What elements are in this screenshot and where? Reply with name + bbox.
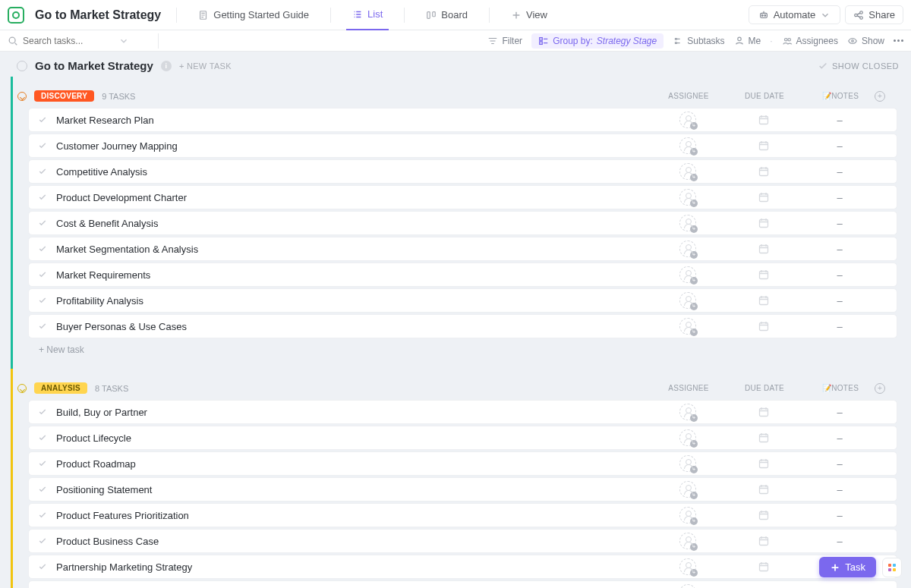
assignee-cell[interactable]: +: [654, 455, 722, 472]
notes-cell[interactable]: –: [805, 536, 874, 547]
assignee-cell[interactable]: +: [654, 189, 722, 206]
assignee-cell[interactable]: +: [654, 215, 722, 231]
notes-cell[interactable]: –: [805, 407, 874, 418]
task-row[interactable]: Buyer Personas & Use Cases+–: [28, 314, 897, 338]
task-complete-checkbox[interactable]: [38, 244, 47, 253]
group-by-button[interactable]: Group by: Strategy Stage: [531, 33, 664, 49]
notes-cell[interactable]: –: [805, 244, 874, 255]
notes-cell[interactable]: –: [805, 458, 874, 470]
task-complete-checkbox[interactable]: [38, 193, 47, 202]
col-header-notes[interactable]: 📝NOTES: [806, 384, 875, 392]
assignee-cell[interactable]: +: [654, 507, 722, 524]
group-collapse-toggle[interactable]: [17, 384, 27, 393]
assignee-cell[interactable]: +: [654, 318, 722, 335]
due-date-cell[interactable]: [722, 432, 805, 444]
notes-cell[interactable]: –: [805, 295, 874, 307]
task-complete-checkbox[interactable]: [38, 562, 47, 571]
group-collapse-toggle[interactable]: [17, 92, 27, 101]
task-row[interactable]: Positioning Statement+–: [28, 477, 897, 502]
assignee-cell[interactable]: +: [654, 481, 722, 498]
assignee-cell[interactable]: +: [654, 429, 722, 446]
task-complete-checkbox[interactable]: [38, 167, 47, 176]
view-tab-list[interactable]: List: [346, 0, 389, 30]
assignee-cell[interactable]: +: [654, 533, 722, 549]
task-complete-checkbox[interactable]: [38, 270, 47, 279]
task-row[interactable]: Profitability Analysis+–: [28, 288, 897, 313]
notes-cell[interactable]: –: [805, 192, 874, 203]
task-row[interactable]: Cost & Benefit Analysis+–: [28, 211, 897, 235]
task-row[interactable]: Product Features Prioritization+–: [28, 503, 897, 527]
notes-cell[interactable]: –: [805, 510, 874, 521]
due-date-cell[interactable]: [722, 217, 805, 229]
main-scroll[interactable]: Go to Market Strategy i + NEW TASK SHOW …: [0, 52, 911, 588]
task-row[interactable]: Build, Buy or Partner+–: [28, 400, 897, 424]
notes-cell[interactable]: –: [805, 115, 874, 126]
task-row[interactable]: Product Business Case+–: [28, 529, 897, 553]
notes-cell[interactable]: –: [805, 484, 874, 495]
notes-cell[interactable]: –: [805, 218, 874, 229]
assignee-cell[interactable]: +: [654, 558, 722, 575]
assignee-cell[interactable]: +: [654, 112, 722, 128]
due-date-cell[interactable]: [722, 483, 805, 495]
task-row[interactable]: Market Segmentation & Analysis+–: [28, 237, 897, 261]
due-date-cell[interactable]: [722, 243, 805, 255]
task-complete-checkbox[interactable]: [38, 115, 47, 124]
task-complete-checkbox[interactable]: [38, 459, 47, 468]
getting-started-guide-button[interactable]: Getting Started Guide: [192, 6, 315, 24]
me-button[interactable]: Me: [734, 36, 761, 46]
assignee-cell[interactable]: +: [654, 137, 722, 154]
due-date-cell[interactable]: [722, 509, 805, 521]
notes-cell[interactable]: –: [805, 269, 874, 281]
add-column-button[interactable]: +: [875, 383, 897, 394]
task-complete-checkbox[interactable]: [38, 536, 47, 546]
show-closed-button[interactable]: SHOW CLOSED: [818, 61, 899, 71]
task-complete-checkbox[interactable]: [38, 407, 47, 417]
task-complete-checkbox[interactable]: [38, 141, 47, 150]
notes-cell[interactable]: –: [805, 321, 874, 332]
due-date-cell[interactable]: [722, 191, 805, 203]
task-row[interactable]: Market Research Plan+–: [28, 108, 897, 132]
group-status-pill[interactable]: ANALYSIS: [34, 382, 87, 394]
show-button[interactable]: Show: [847, 36, 884, 46]
task-row[interactable]: Pricing Strategy+–: [28, 580, 897, 588]
col-header-notes[interactable]: 📝NOTES: [806, 92, 875, 100]
assignee-cell[interactable]: +: [654, 584, 722, 588]
task-complete-checkbox[interactable]: [38, 296, 47, 305]
search-box[interactable]: [8, 36, 144, 46]
assignee-cell[interactable]: +: [654, 404, 722, 420]
due-date-cell[interactable]: [722, 561, 805, 573]
due-date-cell[interactable]: [722, 535, 805, 547]
notes-cell[interactable]: –: [805, 166, 874, 178]
new-task-fab[interactable]: Task: [819, 557, 876, 577]
notes-cell[interactable]: –: [805, 432, 874, 444]
assignee-cell[interactable]: +: [654, 163, 722, 180]
assignee-cell[interactable]: +: [654, 241, 722, 257]
add-column-button[interactable]: +: [875, 91, 897, 102]
task-row[interactable]: Customer Journey Mapping+–: [28, 134, 897, 158]
due-date-cell[interactable]: [722, 269, 805, 281]
new-task-row-button[interactable]: + New task: [13, 340, 903, 366]
apps-fab[interactable]: [882, 558, 902, 577]
due-date-cell[interactable]: [722, 320, 805, 332]
due-date-cell[interactable]: [722, 294, 805, 307]
task-row[interactable]: Competitive Analysis+–: [28, 159, 897, 184]
col-header-assignee[interactable]: ASSIGNEE: [654, 384, 723, 392]
task-complete-checkbox[interactable]: [38, 219, 47, 228]
col-header-due-date[interactable]: DUE DATE: [723, 384, 806, 392]
due-date-cell[interactable]: [722, 114, 805, 126]
due-date-cell[interactable]: [722, 165, 805, 178]
search-input[interactable]: [23, 36, 114, 46]
due-date-cell[interactable]: [722, 406, 805, 418]
more-options-button[interactable]: [894, 39, 903, 42]
task-row[interactable]: Market Requirements+–: [28, 263, 897, 287]
add-view-button[interactable]: View: [505, 6, 553, 24]
task-row[interactable]: Product Development Charter+–: [28, 185, 897, 209]
group-status-pill[interactable]: DISCOVERY: [34, 90, 94, 102]
assignees-button[interactable]: Assignees: [782, 36, 838, 46]
due-date-cell[interactable]: [722, 140, 805, 152]
notes-cell[interactable]: –: [805, 140, 874, 152]
task-row[interactable]: Partnership Marketing Strategy+–: [28, 555, 897, 579]
col-header-due-date[interactable]: DUE DATE: [723, 92, 806, 100]
new-task-inline-button[interactable]: + NEW TASK: [179, 61, 232, 71]
col-header-assignee[interactable]: ASSIGNEE: [654, 92, 723, 100]
